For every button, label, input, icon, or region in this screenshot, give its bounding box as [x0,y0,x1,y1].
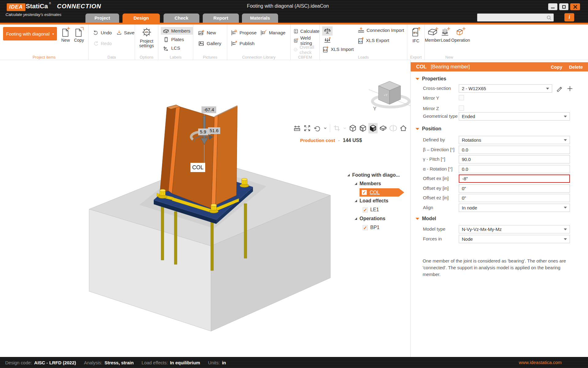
save-button[interactable]: Save [116,29,134,36]
tab-design[interactable]: Design [123,13,160,23]
section-model[interactable]: Model [416,216,436,221]
picture-gallery-button[interactable]: Gallery [198,40,227,47]
navigation-cube[interactable]: +Y Y [366,79,415,112]
tab-project[interactable]: Project [85,13,119,23]
gamma-pitch-input[interactable] [462,157,567,162]
undo-button[interactable]: Undo [93,29,112,36]
search-input[interactable] [479,14,545,21]
zoom-fit-icon[interactable] [303,123,312,133]
mirror-z-checkbox[interactable] [459,105,464,111]
tab-materials[interactable]: Materials [242,13,278,23]
offset-ez-input[interactable] [462,195,567,201]
maximize-button[interactable] [559,3,568,10]
section-collapse-icon[interactable] [416,218,419,220]
section-collapse-icon[interactable] [416,78,419,80]
overall-check-button[interactable]: Overall check [293,46,319,53]
tree-group-operations[interactable]: Operations [355,216,385,221]
member-3d-icon [163,28,169,34]
library-manage-button[interactable]: Manage [260,29,285,36]
xls-import-button[interactable]: XLS XLS Import [322,45,354,53]
loads-equilibrium-button[interactable] [322,26,333,36]
loads-unbalanced-button[interactable] [322,36,333,45]
xls-export-button[interactable]: XLS XLS Export [357,36,404,44]
offset-ey-input[interactable] [462,186,567,191]
connection-import-button[interactable]: Connection Import [357,26,404,34]
wireframe-view-icon[interactable] [348,123,357,133]
new-load-button[interactable]: Load [439,26,452,43]
edit-cross-section-icon[interactable] [556,85,563,92]
expander-icon[interactable] [355,182,357,185]
image-plus-icon [198,29,205,36]
copy-member-button[interactable]: Copy [551,64,562,70]
project-settings-button[interactable]: </> Project settings [137,26,156,48]
expander-icon[interactable] [355,217,357,220]
chevron-down-icon [564,139,567,141]
tree-item-le1[interactable]: ✓ LE1 [363,207,379,213]
delete-member-button[interactable]: Delete [569,64,583,70]
info-button[interactable]: i [564,13,574,21]
rotate-options-chevron-icon[interactable] [323,123,328,133]
cross-section-dropdown[interactable]: 2 - W12X65 [459,84,552,93]
measure-icon[interactable] [292,123,302,133]
tree-root[interactable]: Footing with diago... [347,172,400,178]
project-item-selector[interactable]: Footing with diagonal ▾ [3,27,57,40]
tree-group-load-effects[interactable]: Load effects [355,198,388,204]
alpha-rotation-input[interactable] [462,167,567,172]
crop-view-icon[interactable] [332,123,341,133]
defined-by-dropdown[interactable]: Rotations [459,136,570,144]
row-beta-direction: β – Direction [°] [411,146,588,154]
offset-ex-input[interactable] [462,176,567,181]
forces-in-dropdown[interactable]: Node [459,235,570,243]
mirror-view-icon[interactable] [389,123,398,133]
product-name: CONNECTION [57,3,101,10]
website-link[interactable]: www.ideastatica.com [519,360,562,365]
group-label-pictures: Pictures [193,55,227,59]
expander-icon[interactable] [355,200,357,202]
geometrical-type-dropdown[interactable]: Ended [459,112,570,121]
minimize-button[interactable] [548,3,557,10]
ifc-export-button[interactable]: IFC IFC [409,26,423,43]
beta-direction-input[interactable] [462,147,567,152]
section-properties[interactable]: Properties [416,76,446,82]
labels-plates-toggle[interactable]: Plates [161,36,193,43]
3d-viewport-canvas[interactable]: -67.4 5.9 51.6 COL [0,60,410,357]
copy-project-item-button[interactable]: Copy [72,26,86,43]
section-collapse-icon[interactable] [416,128,419,130]
crop-options-chevron-icon[interactable] [342,123,347,133]
solid-view-icon[interactable] [368,123,378,133]
library-propose-button[interactable]: Propose [230,29,257,36]
tab-report[interactable]: Report [203,13,239,23]
bp1-checkbox[interactable]: ✓ [363,225,368,230]
picture-new-button[interactable]: New [198,29,227,36]
new-operation-button[interactable]: Operation [452,26,469,43]
calculate-button[interactable]: Calculate [293,27,319,35]
transparent-view-icon[interactable] [358,123,368,133]
expander-icon[interactable] [347,174,350,176]
design-code-value: AISC - LRFD (2022) [34,360,76,365]
labels-members-toggle[interactable]: Members [161,27,193,35]
weld-sizing-button[interactable]: Weld sizing [293,36,319,44]
section-position[interactable]: Position [416,126,441,132]
group-label-export: Export [407,55,424,59]
tab-check[interactable]: Check [164,13,199,23]
tree-item-col[interactable]: ✓ COL [360,188,404,197]
align-dropdown[interactable]: In node [459,204,570,212]
rotate-view-icon[interactable] [313,123,322,133]
home-view-icon[interactable] [399,123,408,133]
new-project-item-button[interactable]: New [59,26,72,43]
tree-item-bp1[interactable]: ✓ BP1 [363,225,379,230]
panel-header: COL [Bearing member] Copy Delete [411,62,588,71]
col-checkbox[interactable]: ✓ [362,190,367,195]
search-icon[interactable] [546,15,552,21]
labels-lcs-toggle[interactable]: LCS [161,44,193,52]
mirror-y-checkbox[interactable] [459,95,464,100]
library-publish-button[interactable]: Publish [230,40,257,47]
model-type-dropdown[interactable]: N-Vy-Vz-Mx-My-Mz [459,225,570,233]
redo-button[interactable]: Redo [93,40,135,47]
add-cross-section-icon[interactable] [567,86,573,92]
le1-checkbox[interactable]: ✓ [363,207,368,213]
clipped-view-icon[interactable] [379,123,388,133]
new-member-button[interactable]: Member [426,26,439,43]
close-button[interactable] [570,3,580,10]
tree-group-members[interactable]: Members [355,181,381,186]
